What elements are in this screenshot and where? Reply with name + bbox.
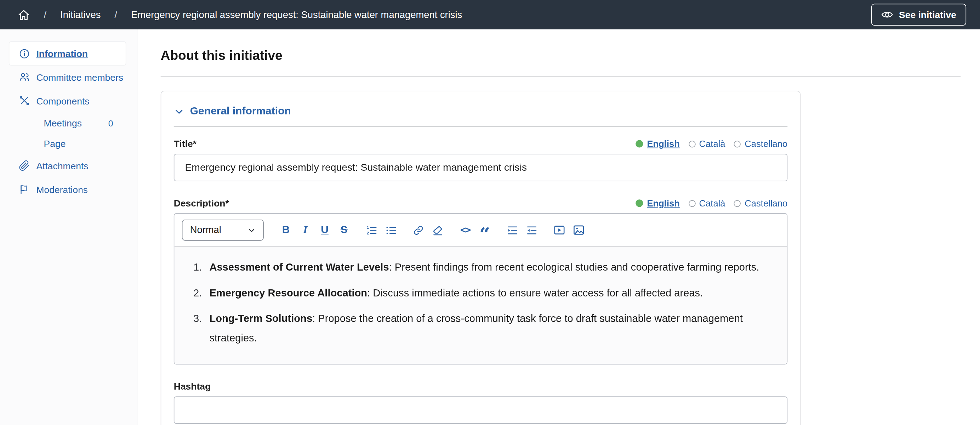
sidebar-item-committee-members[interactable]: Committee members xyxy=(0,65,137,89)
eraser-button[interactable] xyxy=(428,221,447,239)
ordered-list-button[interactable]: 1 2 xyxy=(362,221,381,239)
language-option-catala[interactable]: Català xyxy=(689,198,725,208)
hashtag-input[interactable] xyxy=(174,396,788,424)
title-divider xyxy=(161,76,961,77)
strikethrough-button[interactable]: S xyxy=(334,221,354,239)
title-language-chooser: English Català Castellano xyxy=(636,139,788,149)
svg-text:2: 2 xyxy=(367,231,369,235)
paperclip-icon xyxy=(19,160,30,172)
italic-button[interactable]: I xyxy=(296,221,315,239)
breadcrumb-initiatives[interactable]: Initiatives xyxy=(60,9,100,21)
bold-button[interactable]: B xyxy=(276,221,296,239)
style-select-value: Normal xyxy=(190,224,221,236)
sidebar-item-meetings[interactable]: Meetings 0 xyxy=(0,113,137,133)
info-icon xyxy=(19,48,30,59)
bullet-list-button[interactable] xyxy=(381,221,401,239)
paragraph-style-select[interactable]: Normal xyxy=(182,220,264,241)
radio-selected-icon xyxy=(636,140,643,147)
hashtag-field-label: Hashtag xyxy=(174,381,788,392)
meetings-count-badge: 0 xyxy=(108,118,113,128)
sidebar-item-moderations[interactable]: Moderations xyxy=(0,177,137,201)
language-option-castellano[interactable]: Castellano xyxy=(734,198,788,208)
rich-text-editor: Normal B I U S 1 xyxy=(174,213,788,365)
sidebar-item-label: Page xyxy=(44,138,66,149)
list-item: 1. Assessment of Current Water Levels: P… xyxy=(185,258,777,277)
description-field-label: Description* xyxy=(174,197,229,208)
see-initiative-label: See initiative xyxy=(899,9,956,20)
list-item: 2. Emergency Resource Allocation: Discus… xyxy=(185,283,777,303)
description-field-row: Description* English Català Castellan xyxy=(174,197,788,208)
sidebar: Information Committee members Components xyxy=(0,29,137,425)
editor-toolbar: Normal B I U S 1 xyxy=(175,214,787,247)
radio-icon xyxy=(734,140,741,147)
list-item: 3. Long-Term Solutions: Propose the crea… xyxy=(185,309,777,347)
editor-content[interactable]: 1. Assessment of Current Water Levels: P… xyxy=(175,247,787,364)
sidebar-item-label: Meetings xyxy=(44,118,82,128)
breadcrumb-separator: / xyxy=(44,9,47,21)
language-option-english[interactable]: English xyxy=(636,198,680,208)
svg-text:1: 1 xyxy=(367,225,369,229)
section-divider xyxy=(174,126,788,127)
language-option-catala[interactable]: Català xyxy=(689,139,725,149)
app-root: / Initiatives / Emergency regional assem… xyxy=(0,0,980,425)
radio-icon xyxy=(734,200,741,207)
topbar: / Initiatives / Emergency regional assem… xyxy=(0,0,980,29)
tools-icon xyxy=(19,95,30,106)
radio-icon xyxy=(689,140,695,147)
sidebar-item-attachments[interactable]: Attachments xyxy=(0,154,137,177)
chevron-down-icon xyxy=(248,226,256,234)
title-input[interactable] xyxy=(174,154,788,181)
chevron-down-icon xyxy=(174,106,185,116)
sidebar-item-information[interactable]: Information xyxy=(9,42,125,65)
general-information-card: General information Title* English Catal… xyxy=(161,91,801,425)
sidebar-item-page[interactable]: Page xyxy=(0,133,137,154)
sidebar-item-label: Committee members xyxy=(36,72,123,82)
language-option-english[interactable]: English xyxy=(636,139,680,149)
title-field-label: Title* xyxy=(174,138,197,149)
code-button[interactable]: <> xyxy=(456,221,475,239)
sidebar-item-label: Information xyxy=(36,48,88,59)
section-title: General information xyxy=(190,105,291,118)
general-information-toggle[interactable]: General information xyxy=(174,105,788,118)
sidebar-item-label: Components xyxy=(36,95,89,106)
outdent-button[interactable] xyxy=(522,221,541,239)
radio-icon xyxy=(689,200,695,207)
breadcrumb-current-page: Emergency regional assembly request: Sus… xyxy=(131,9,462,21)
see-initiative-button[interactable]: See initiative xyxy=(871,4,966,26)
indent-button[interactable] xyxy=(503,221,522,239)
link-button[interactable] xyxy=(409,221,428,239)
sidebar-item-label: Moderations xyxy=(36,184,88,195)
description-language-chooser: English Català Castellano xyxy=(636,198,788,208)
page-title: About this initiative xyxy=(161,48,961,63)
video-embed-button[interactable] xyxy=(549,221,569,239)
home-icon[interactable] xyxy=(18,8,30,21)
blockquote-button[interactable]: “ xyxy=(475,221,495,239)
users-icon xyxy=(19,71,30,83)
main-content: About this initiative General informatio… xyxy=(137,29,980,425)
image-button[interactable] xyxy=(569,221,588,239)
eye-icon xyxy=(881,9,894,21)
language-option-castellano[interactable]: Castellano xyxy=(734,139,788,149)
underline-button[interactable]: U xyxy=(315,221,334,239)
sidebar-item-components[interactable]: Components xyxy=(0,89,137,113)
sidebar-item-label: Attachments xyxy=(36,161,88,171)
breadcrumb-separator: / xyxy=(115,9,117,21)
flag-icon xyxy=(19,184,30,195)
title-field-row: Title* English Català Castellano xyxy=(174,138,788,149)
radio-selected-icon xyxy=(636,199,643,207)
